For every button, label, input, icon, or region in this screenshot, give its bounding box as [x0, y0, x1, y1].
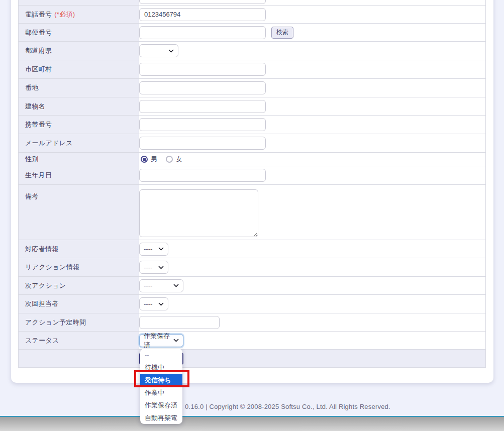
table-row: 次アクション ---- [19, 277, 485, 295]
table-row: 備考 [19, 185, 485, 240]
field-label: 性別 [19, 153, 139, 166]
status-dropdown-list: -- 待機中 発信待ち 作業中 作業保存済 自動再架電 [140, 349, 182, 424]
table-row: アクション予定時間 [19, 313, 485, 332]
reaction-select[interactable]: ---- [139, 261, 168, 274]
gender-label-female: 女 [176, 155, 182, 164]
chevron-down-icon [168, 49, 174, 53]
status-option-awaiting-call[interactable]: 発信待ち [140, 374, 182, 386]
action-time-input[interactable] [139, 316, 220, 329]
birthdate-input[interactable] [139, 169, 266, 182]
status-option-none[interactable]: -- [140, 349, 182, 361]
field-label: 都道府県 [19, 42, 139, 60]
chevron-down-icon [158, 247, 164, 251]
table-row: 対応者情報 ---- [19, 240, 485, 258]
status-select[interactable]: 作業保存済 [139, 334, 183, 347]
footer-copyright: 0.16.0 | Copyright © 2008-2025 Softsu Co… [185, 403, 390, 410]
remarks-textarea[interactable] [139, 189, 258, 237]
chevron-down-icon [173, 284, 179, 287]
field-label: 番地 [19, 79, 139, 97]
status-option-auto-redial[interactable]: 自動再架電 [140, 411, 182, 424]
name-input[interactable] [139, 0, 266, 4]
building-name-input[interactable] [139, 100, 266, 113]
table-row: 番地 [19, 79, 485, 97]
field-label: メールアドレス [19, 134, 139, 152]
postal-code-input[interactable] [139, 26, 266, 39]
field-label: 携帯番号 [19, 116, 139, 134]
status-option-waiting[interactable]: 待機中 [140, 361, 182, 374]
table-row [19, 350, 485, 367]
next-assignee-select[interactable]: ---- [139, 297, 168, 310]
table-row: 郵便番号 検索 [19, 24, 485, 42]
table-row: ステータス 作業保存済 [19, 332, 485, 350]
field-label: ステータス [19, 332, 139, 349]
table-row: リアクション情報 ---- [19, 258, 485, 277]
gender-radio-female[interactable] [166, 156, 173, 163]
field-label: 郵便番号 [19, 24, 139, 41]
window-bottom-edge [0, 417, 504, 431]
chevron-down-icon [158, 266, 164, 269]
form-card: 電話番号 (*必須) 郵便番号 検索 都道府県 市区 [11, 0, 493, 383]
city-input[interactable] [139, 63, 266, 76]
table-row: 性別 男 女 [19, 153, 485, 166]
table-row: 次回担当者 ---- [19, 295, 485, 313]
chevron-down-icon [158, 302, 164, 306]
status-option-work-saved[interactable]: 作業保存済 [140, 399, 182, 411]
field-label: 市区町村 [19, 60, 139, 78]
table-row: 建物名 [19, 97, 485, 116]
mobile-number-input[interactable] [139, 118, 266, 131]
table-row: 電話番号 (*必須) [19, 6, 485, 24]
field-label: 生年月日 [19, 166, 139, 184]
status-option-working[interactable]: 作業中 [140, 386, 182, 399]
table-row: 生年月日 [19, 166, 485, 185]
phone-input[interactable] [139, 8, 266, 21]
field-label: 対応者情報 [19, 240, 139, 258]
postal-search-button[interactable]: 検索 [271, 27, 293, 39]
field-label: アクション予定時間 [19, 313, 139, 331]
gender-label-male: 男 [151, 155, 157, 164]
table-row: 市区町村 [19, 60, 485, 79]
responder-select[interactable]: ---- [139, 243, 168, 256]
street-number-input[interactable] [139, 81, 266, 94]
field-label: 建物名 [19, 97, 139, 115]
gender-radio-male[interactable] [141, 156, 148, 163]
field-label: 電話番号 (*必須) [19, 6, 139, 23]
table-row: 携帯番号 [19, 116, 485, 134]
customer-form-table: 電話番号 (*必須) 郵便番号 検索 都道府県 市区 [18, 0, 486, 368]
table-row [19, 0, 485, 6]
field-label: 備考 [19, 185, 139, 240]
email-input[interactable] [139, 137, 266, 150]
field-label [19, 0, 139, 5]
required-mark: (*必須) [54, 10, 75, 19]
chevron-down-icon [173, 339, 179, 342]
field-label: リアクション情報 [19, 258, 139, 276]
field-label: 次アクション [19, 277, 139, 294]
next-action-select[interactable]: ---- [139, 279, 183, 292]
prefecture-select[interactable] [139, 44, 178, 57]
table-row: 都道府県 [19, 42, 485, 60]
field-label: 次回担当者 [19, 295, 139, 313]
table-row: メールアドレス [19, 134, 485, 153]
field-label [19, 350, 139, 367]
